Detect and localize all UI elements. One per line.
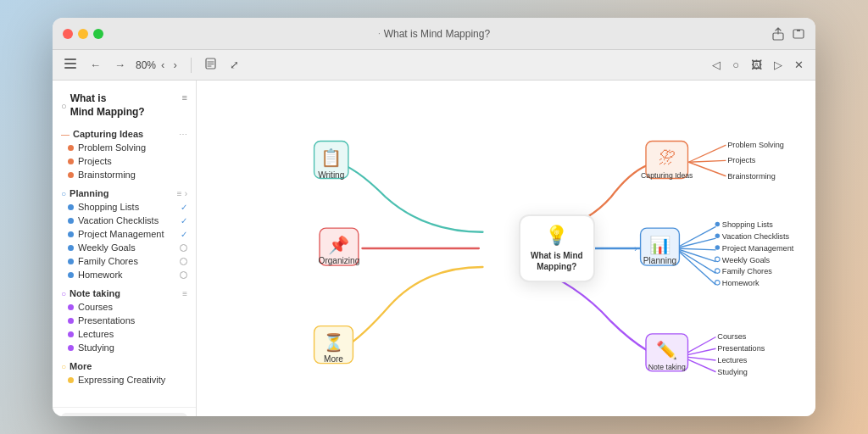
sidebar-menu-icon[interactable]: ≡ bbox=[182, 92, 187, 103]
nav-right-button[interactable]: ▷ bbox=[771, 57, 786, 73]
item-checkmark: ✓ bbox=[181, 216, 187, 225]
sidebar-toggle-button[interactable] bbox=[61, 57, 80, 73]
sidebar-root-title: What isMind Mapping? bbox=[70, 92, 145, 119]
list-item[interactable]: Brainstorming bbox=[53, 168, 196, 181]
svg-text:Writing: Writing bbox=[318, 170, 344, 180]
section-label-capturing: Capturing Ideas bbox=[73, 129, 143, 139]
item-label: Homework bbox=[78, 270, 123, 280]
back-button[interactable]: ← bbox=[86, 57, 104, 73]
main-window: · What is Mind Mapping? ← → 80% bbox=[53, 18, 815, 416]
search-box[interactable] bbox=[61, 413, 187, 416]
sidebar: ○ What isMind Mapping? ≡ — Capturing Ide… bbox=[53, 81, 197, 416]
sidebar-section-capturing: — Capturing Ideas ⋯ Problem Solving Proj… bbox=[53, 125, 196, 181]
svg-line-17 bbox=[676, 248, 716, 285]
svg-text:Planning: Planning bbox=[643, 256, 676, 265]
item-empty-circle bbox=[180, 271, 187, 279]
toolbar: ← → 80% ‹ › ⤢ ◁ ○ 🖼 ▷ ✕ bbox=[53, 50, 815, 81]
toolbar-separator bbox=[191, 58, 192, 73]
filter-input[interactable] bbox=[76, 415, 172, 416]
svg-rect-5 bbox=[64, 67, 76, 69]
svg-point-43 bbox=[715, 222, 721, 227]
list-item[interactable]: Shopping Lists ✓ bbox=[53, 200, 196, 214]
svg-point-53 bbox=[715, 281, 721, 286]
center-node[interactable]: 💡 What is Mind Mapping? bbox=[519, 214, 595, 282]
item-label: Problem Solving bbox=[78, 142, 146, 153]
svg-text:Brainstorming: Brainstorming bbox=[727, 172, 776, 181]
svg-line-14 bbox=[676, 248, 716, 250]
list-item[interactable]: Family Chores bbox=[53, 254, 196, 268]
sidebar-collapse-icon[interactable]: ○ bbox=[61, 101, 67, 111]
section-collapse-more[interactable]: ○ bbox=[61, 362, 66, 371]
list-item[interactable]: Projects bbox=[53, 154, 196, 168]
forward-button[interactable]: → bbox=[111, 57, 129, 73]
svg-point-51 bbox=[715, 269, 721, 274]
share-icon[interactable] bbox=[771, 27, 785, 41]
svg-text:Weekly Goals: Weekly Goals bbox=[722, 256, 771, 264]
item-label: Studying bbox=[78, 342, 114, 353]
item-dot bbox=[68, 377, 74, 383]
list-item[interactable]: Vacation Checklists ✓ bbox=[53, 214, 196, 227]
svg-text:📋: 📋 bbox=[320, 147, 342, 168]
section-action-planning-1[interactable]: ≡ bbox=[177, 189, 182, 198]
list-item[interactable]: Weekly Goals bbox=[53, 241, 196, 254]
list-item[interactable]: Lectures bbox=[53, 327, 196, 341]
list-item[interactable]: Studying bbox=[53, 341, 196, 354]
svg-text:Lectures: Lectures bbox=[717, 356, 748, 364]
svg-text:⛈: ⛈ bbox=[659, 148, 676, 167]
image-button[interactable]: 🖼 bbox=[748, 57, 765, 73]
close-x-button[interactable]: ✕ bbox=[791, 57, 807, 73]
item-label: Courses bbox=[78, 302, 113, 312]
maximize-button[interactable] bbox=[93, 29, 103, 39]
item-checkmark: ✓ bbox=[181, 230, 187, 239]
svg-point-49 bbox=[715, 257, 721, 262]
nav-circle-button[interactable]: ○ bbox=[729, 57, 743, 73]
list-item[interactable]: Expressing Creativity bbox=[53, 373, 196, 387]
item-empty-circle bbox=[180, 258, 187, 265]
mindmap-svg: 📋 Writing ⛈ Capturing Ideas 📌 Organizing… bbox=[197, 81, 815, 416]
list-item[interactable]: Homework bbox=[53, 268, 196, 281]
section-action-capturing-1[interactable]: ⋯ bbox=[179, 130, 187, 139]
doc-button[interactable] bbox=[202, 56, 220, 74]
section-collapse-capturing[interactable]: — bbox=[61, 130, 70, 139]
item-checkmark: ✓ bbox=[181, 203, 187, 212]
svg-text:Studying: Studying bbox=[717, 368, 748, 376]
item-dot bbox=[68, 172, 74, 178]
svg-text:Organizing: Organizing bbox=[319, 256, 360, 265]
svg-text:Capturing Ideas: Capturing Ideas bbox=[641, 171, 693, 180]
section-header-planning: ○ Planning ≡ › bbox=[53, 185, 196, 200]
item-label: Lectures bbox=[78, 329, 114, 339]
svg-line-11 bbox=[688, 162, 726, 176]
svg-line-12 bbox=[676, 226, 716, 248]
zoom-control: 80% ‹ › bbox=[136, 57, 181, 73]
svg-line-10 bbox=[688, 160, 726, 162]
svg-text:Homework: Homework bbox=[722, 279, 760, 287]
svg-text:Courses: Courses bbox=[717, 332, 747, 341]
svg-line-13 bbox=[676, 238, 716, 248]
section-action-notetaking-1[interactable]: ≡ bbox=[182, 289, 187, 298]
fullscreen-icon[interactable] bbox=[792, 27, 805, 41]
zoom-increase-button[interactable]: › bbox=[170, 57, 180, 73]
list-item[interactable]: Courses bbox=[53, 300, 196, 314]
svg-text:Family Chores: Family Chores bbox=[722, 267, 772, 275]
section-header-more: ○ More bbox=[53, 358, 196, 373]
expand-button[interactable]: ⤢ bbox=[226, 57, 242, 73]
svg-point-45 bbox=[715, 234, 721, 239]
title-dot: · bbox=[378, 29, 381, 38]
item-label: Weekly Goals bbox=[78, 242, 136, 253]
list-item[interactable]: Presentations bbox=[53, 314, 196, 327]
sidebar-section-planning: ○ Planning ≡ › Shopping Lists ✓ Vacation… bbox=[53, 185, 196, 281]
list-item[interactable]: Project Management ✓ bbox=[53, 227, 196, 241]
section-collapse-notetaking[interactable]: ○ bbox=[61, 289, 66, 298]
zoom-decrease-button[interactable]: ‹ bbox=[158, 57, 168, 73]
section-action-planning-2[interactable]: › bbox=[185, 189, 187, 198]
svg-point-47 bbox=[715, 245, 721, 250]
close-button[interactable] bbox=[63, 29, 73, 39]
list-item[interactable]: Problem Solving bbox=[53, 141, 196, 154]
svg-text:📌: 📌 bbox=[328, 235, 350, 255]
svg-line-15 bbox=[676, 248, 716, 262]
item-label: Projects bbox=[78, 156, 112, 166]
canvas-area[interactable]: 📋 Writing ⛈ Capturing Ideas 📌 Organizing… bbox=[197, 81, 815, 416]
nav-left-button[interactable]: ◁ bbox=[709, 57, 724, 73]
minimize-button[interactable] bbox=[78, 29, 88, 39]
section-collapse-planning[interactable]: ○ bbox=[61, 189, 66, 198]
